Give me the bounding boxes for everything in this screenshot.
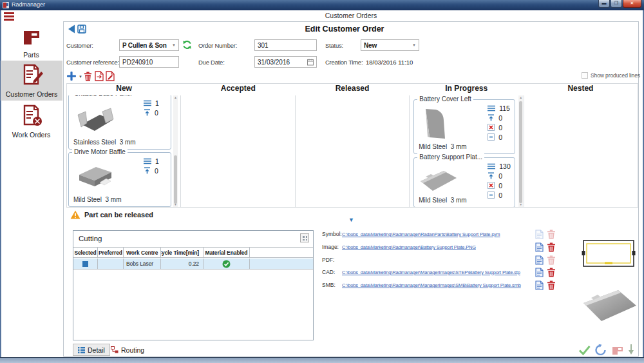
part-thumbnail — [74, 162, 114, 191]
material-enabled-cell — [204, 259, 250, 269]
cutting-table-row[interactable]: Bobs Laser 0.22 — [73, 259, 313, 270]
column-header-in-progress: In Progress — [410, 84, 524, 95]
add-line-button[interactable] — [66, 71, 77, 81]
sidebar-item-work-orders[interactable]: Work Orders — [0, 104, 62, 139]
show-produced-lines-checkbox[interactable] — [582, 72, 588, 79]
file-link[interactable]: C:\bobs_data\Marketing\Radmanager\Manage… — [342, 270, 520, 275]
column-header-accepted: Accepted — [181, 84, 295, 95]
customer-reference-input[interactable]: PD240910 — [119, 56, 179, 68]
delete-file-icon[interactable] — [547, 268, 556, 277]
file-link[interactable]: C:\bobs_data\Marketing\Radmanager\RadanP… — [342, 231, 500, 237]
page-title: Edit Customer Order — [63, 25, 626, 34]
file-row-smb: SMB: C:\bobs_data\Marketing\Radmanager\M… — [322, 282, 521, 291]
nested-icon — [488, 133, 495, 141]
customer-label: Customer: — [66, 42, 93, 49]
part-card-battery-cover-left[interactable]: Battery Cover Left 115 0 — [413, 99, 515, 154]
part-3d-preview — [578, 282, 640, 333]
quantity-value: 1 — [155, 157, 168, 165]
customer-reference-label: Customer reference: — [66, 59, 119, 66]
menu-icon[interactable] — [4, 12, 14, 22]
part-card-battery-support-plate[interactable]: Battery Support Plat... 130 0 — [413, 157, 515, 207]
tab-detail[interactable]: Detail — [73, 344, 110, 356]
import-button[interactable] — [628, 344, 634, 355]
export-document-button[interactable] — [95, 71, 104, 81]
column-scrollbar[interactable]: ▲ ▼ — [173, 95, 178, 207]
cutting-panel: Cutting Selected Preferred Work Centre C… — [73, 230, 314, 340]
close-button[interactable]: ✕ — [623, 0, 641, 8]
cutting-table-header: Selected Preferred Work Centre Cycle Tim… — [73, 247, 313, 258]
app-window: Radmanager ▬ ❐ ✕ Customer Orders Parts C… — [0, 0, 644, 363]
open-file-icon[interactable] — [535, 242, 544, 252]
customer-orders-icon — [20, 64, 43, 86]
quantity-value: 115 — [499, 104, 512, 112]
grid-button[interactable] — [300, 233, 309, 242]
produced-value: 0 — [155, 167, 167, 175]
file-link[interactable]: C:\bobs_data\Marketing\Radmanager\Manage… — [342, 282, 521, 288]
produced-value: 0 — [155, 109, 167, 117]
produced-icon — [488, 172, 495, 179]
nested-icon — [488, 191, 495, 199]
part-thumbnail — [421, 108, 449, 141]
sidebar-item-label: Work Orders — [0, 131, 62, 139]
rejected-icon — [488, 182, 495, 189]
order-number-input[interactable]: 301 — [254, 39, 317, 51]
window-statusbar — [0, 357, 644, 363]
produced-value: 0 — [498, 172, 511, 180]
file-row-pdf: PDF: — [322, 257, 342, 266]
part-material: Mild Steel 3 mm — [73, 196, 121, 203]
edit-document-button[interactable] — [106, 71, 115, 81]
detail-icon — [78, 347, 85, 353]
refresh-icon[interactable] — [182, 40, 192, 50]
rejected-value: 0 — [498, 182, 511, 190]
file-label: SMB: — [322, 282, 342, 288]
collapse-caret-icon[interactable]: ▼ — [348, 217, 354, 223]
customer-select[interactable]: P Cullen & Son▼ — [119, 39, 179, 51]
column-scrollbar[interactable]: ▲ ▼ — [518, 95, 523, 207]
check-circle-icon — [222, 260, 231, 268]
calendar-icon[interactable] — [307, 59, 314, 66]
delete-file-icon[interactable] — [547, 242, 556, 252]
maximize-button[interactable]: ❐ — [611, 0, 622, 8]
status-select[interactable]: New▼ — [361, 39, 419, 51]
quantity-icon — [488, 105, 495, 112]
nest-button[interactable] — [612, 346, 623, 355]
nested-value: 0 — [498, 133, 511, 141]
sidebar-item-customer-orders[interactable]: Customer Orders — [1, 61, 62, 101]
delete-file-icon[interactable] — [547, 280, 556, 290]
chevron-down-icon: ▼ — [412, 43, 416, 47]
delete-file-icon[interactable] — [547, 255, 556, 265]
rejected-value: 0 — [498, 124, 511, 132]
add-line-menu-caret[interactable]: ▼ — [79, 75, 82, 79]
open-file-icon[interactable] — [535, 230, 544, 239]
delete-line-button[interactable] — [84, 72, 92, 81]
file-label: PDF: — [322, 257, 342, 263]
file-label: Symbol: — [322, 231, 342, 237]
warning-text: Part can be released — [84, 211, 153, 219]
titlebar: Radmanager ▬ ❐ ✕ — [0, 0, 644, 10]
tab-routing[interactable]: Routing — [106, 344, 149, 356]
file-row-cad: CAD: C:\bobs_data\Marketing\Radmanager\M… — [322, 269, 520, 279]
sidebar-item-parts[interactable]: Parts — [0, 29, 62, 59]
delete-file-icon[interactable] — [547, 230, 556, 239]
part-material: Mild Steel 3 mm — [419, 143, 466, 150]
sidebar-item-label: Parts — [0, 51, 62, 59]
order-lines-board: New Accepted Released In Progress Nested… — [66, 83, 638, 208]
part-material: Mild Steel 3 mm — [419, 197, 466, 204]
confirm-button[interactable] — [578, 345, 591, 355]
part-card-chassis-base-panel[interactable]: Chassis Base Panel 1 0 — [68, 95, 171, 150]
nested-value: 0 — [498, 191, 511, 199]
part-card-drive-motor-baffle[interactable]: Drive Motor Baffle 1 — [68, 152, 171, 207]
file-label: Image: — [322, 244, 342, 250]
quantity-value: 130 — [499, 162, 512, 170]
minimize-button[interactable]: ▬ — [598, 0, 610, 8]
open-file-icon[interactable] — [535, 280, 544, 290]
open-file-icon[interactable] — [535, 255, 544, 265]
undo-button[interactable] — [595, 344, 607, 355]
part-thumbnail — [74, 105, 115, 135]
file-link[interactable]: C:\bobs_data\Marketing\Radmanager\Batter… — [342, 244, 476, 250]
selected-checkbox[interactable] — [82, 261, 88, 267]
due-date-input[interactable]: 31/03/2016 — [254, 56, 317, 68]
file-row-image: Image: C:\bobs_data\Marketing\Radmanager… — [322, 244, 476, 253]
column-header-released: Released — [295, 84, 409, 95]
open-file-icon[interactable] — [535, 268, 544, 277]
